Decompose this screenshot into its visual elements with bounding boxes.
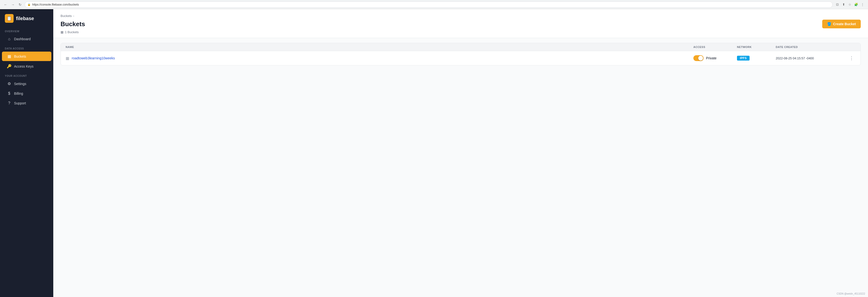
forward-button[interactable]: → bbox=[10, 2, 16, 7]
watermark: CSDN @weidn_45110222 bbox=[837, 292, 865, 295]
sidebar-item-access-keys[interactable]: 🔑 Access Keys bbox=[2, 62, 51, 71]
bucket-count-icon: ▦ bbox=[61, 30, 63, 34]
col-network: NETWORK bbox=[737, 46, 776, 49]
access-cell: Private bbox=[693, 55, 737, 61]
create-bucket-icon: 🪣 bbox=[827, 22, 831, 26]
bucket-name[interactable]: roadtoweb3learning10weeks bbox=[72, 56, 115, 60]
screenshot-btn[interactable]: ⊡ bbox=[835, 2, 840, 7]
breadcrumb: Buckets › bbox=[61, 14, 861, 18]
key-icon: 🔑 bbox=[7, 64, 11, 68]
more-options-button[interactable]: ⋮ bbox=[847, 55, 856, 62]
extensions-btn[interactable]: 🧩 bbox=[854, 2, 859, 7]
lock-icon: 🔒 bbox=[27, 3, 31, 6]
browser-actions: ⊡ ⬆ ☆ 🧩 ⋮ bbox=[835, 2, 865, 7]
billing-icon: $ bbox=[7, 91, 11, 96]
sidebar-item-access-keys-label: Access Keys bbox=[14, 64, 33, 68]
sidebar-item-settings[interactable]: ⚙ Settings bbox=[2, 79, 51, 88]
buckets-icon: ▦ bbox=[7, 54, 11, 59]
page-title-row: Buckets 🪣 Create Bucket bbox=[61, 20, 861, 28]
bucket-name-cell: ▦ roadtoweb3learning10weeks bbox=[66, 56, 693, 61]
logo-text: filebase bbox=[16, 16, 34, 21]
breadcrumb-separator: › bbox=[73, 14, 74, 18]
network-cell: IPFS bbox=[737, 56, 776, 61]
sidebar-item-support-label: Support bbox=[14, 101, 26, 105]
browser-chrome: ← → ↻ 🔒 https://console.filebase.com/buc… bbox=[0, 0, 868, 9]
data-access-section-label: DATA ACCESS bbox=[0, 44, 53, 51]
support-icon: ? bbox=[7, 101, 11, 106]
bucket-count-row: ▦ 1 Buckets bbox=[61, 30, 861, 34]
bookmark-btn[interactable]: ☆ bbox=[847, 2, 852, 7]
buckets-table: NAME ACCESS NETWORK DATE CREATED ▦ roadt… bbox=[61, 43, 861, 65]
network-badge: IPFS bbox=[737, 56, 750, 61]
app-container: 📋 filebase OVERVIEW ⌂ Dashboard DATA ACC… bbox=[0, 9, 868, 297]
reload-button[interactable]: ↻ bbox=[18, 2, 23, 7]
sidebar-item-support[interactable]: ? Support bbox=[2, 98, 51, 108]
col-actions bbox=[843, 46, 856, 49]
table-header: NAME ACCESS NETWORK DATE CREATED bbox=[61, 43, 861, 51]
bucket-row-icon: ▦ bbox=[66, 56, 69, 61]
logo: 📋 filebase bbox=[0, 9, 53, 27]
sidebar-item-label: Dashboard bbox=[14, 37, 31, 41]
main-content: Buckets › Buckets 🪣 Create Bucket ▦ 1 Bu… bbox=[53, 9, 868, 297]
sidebar-item-billing[interactable]: $ Billing bbox=[2, 89, 51, 98]
home-icon: ⌂ bbox=[7, 37, 11, 41]
url-text: https://console.filebase.com/buckets bbox=[32, 3, 79, 6]
breadcrumb-buckets: Buckets bbox=[61, 14, 72, 18]
settings-icon: ⚙ bbox=[7, 81, 11, 86]
sidebar-item-buckets-label: Buckets bbox=[14, 55, 26, 58]
sidebar-item-settings-label: Settings bbox=[14, 82, 26, 86]
create-bucket-button[interactable]: 🪣 Create Bucket bbox=[822, 20, 861, 28]
toggle-knob bbox=[698, 56, 703, 61]
col-date: DATE CREATED bbox=[776, 46, 843, 49]
overview-section-label: OVERVIEW bbox=[0, 27, 53, 34]
table-row: ▦ roadtoweb3learning10weeks Private IPFS… bbox=[61, 51, 861, 65]
col-name: NAME bbox=[66, 46, 693, 49]
col-access: ACCESS bbox=[693, 46, 737, 49]
back-button[interactable]: ← bbox=[3, 2, 8, 7]
your-account-section-label: YOUR ACCOUNT bbox=[0, 71, 53, 79]
access-label: Private bbox=[706, 56, 717, 60]
logo-icon: 📋 bbox=[5, 14, 13, 23]
bucket-count: 1 Buckets bbox=[65, 30, 79, 34]
actions-cell: ⋮ bbox=[843, 55, 856, 62]
sidebar-item-buckets[interactable]: ▦ Buckets bbox=[2, 52, 51, 61]
address-bar[interactable]: 🔒 https://console.filebase.com/buckets bbox=[25, 1, 833, 8]
page-title: Buckets bbox=[61, 20, 85, 28]
sidebar-item-billing-label: Billing bbox=[14, 92, 23, 95]
access-toggle[interactable] bbox=[693, 55, 704, 61]
sidebar: 📋 filebase OVERVIEW ⌂ Dashboard DATA ACC… bbox=[0, 9, 53, 297]
menu-btn[interactable]: ⋮ bbox=[860, 2, 865, 7]
sidebar-item-dashboard[interactable]: ⌂ Dashboard bbox=[2, 34, 51, 43]
share-btn[interactable]: ⬆ bbox=[841, 2, 846, 7]
create-bucket-label: Create Bucket bbox=[833, 22, 856, 26]
date-cell: 2022-08-25 04:15:57 -0400 bbox=[776, 56, 843, 60]
page-header: Buckets › Buckets 🪣 Create Bucket ▦ 1 Bu… bbox=[53, 9, 868, 38]
